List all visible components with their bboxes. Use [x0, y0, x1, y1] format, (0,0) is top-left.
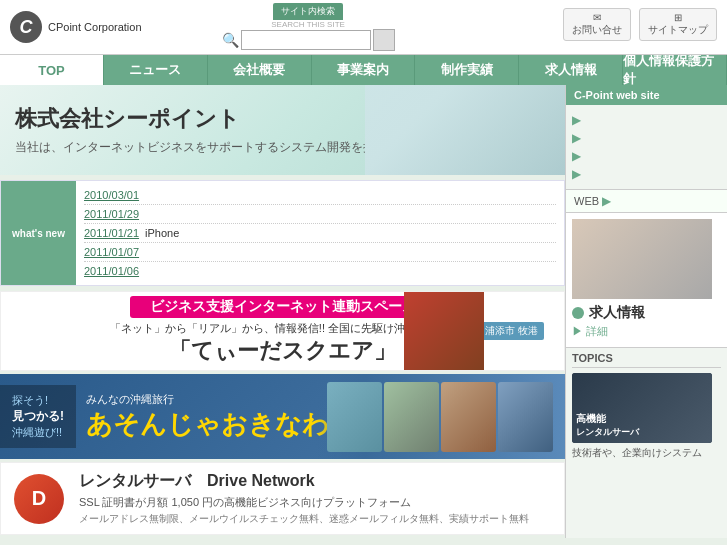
- banner1-tag: 浦添市 牧港: [479, 322, 544, 340]
- whatsnew-list: 2010/03/01 2011/01/29 2011/01/21 iPhone …: [76, 181, 564, 285]
- rental-server-title-text: レンタルサーバ Drive Network: [79, 472, 315, 489]
- web-label: WEB: [574, 195, 599, 207]
- nav-business[interactable]: 事業案内: [312, 55, 416, 85]
- rental-server-sub: メールアドレス無制限、メールウイルスチェック無料、迷惑メールフィルタ無料、実績サ…: [79, 512, 556, 526]
- sidebar-arrow-1[interactable]: ▶: [572, 111, 721, 129]
- nav-works[interactable]: 制作実績: [415, 55, 519, 85]
- sitemap-label: サイトマップ: [648, 23, 708, 37]
- topics-image: 高機能 レンタルサーバ: [572, 373, 712, 443]
- recruit-person-image: [572, 219, 712, 299]
- sidebar-header: C-Point web site: [566, 85, 727, 105]
- header-right: ✉ お問い合せ ⊞ サイトマップ: [563, 8, 717, 41]
- banner2-mid-top: みんなの沖縄旅行: [86, 392, 329, 407]
- search-label: サイト内検索: [273, 3, 343, 20]
- contact-button[interactable]: ✉ お問い合せ: [563, 8, 631, 41]
- wn-date-2[interactable]: 2011/01/29: [84, 208, 139, 220]
- main-content: 株式会社シーポイント 当社は、インターネットビジネスをサポートするシステム開発を…: [0, 85, 565, 538]
- sidebar-web-section: WEB ▶: [566, 190, 727, 213]
- banner2-left-line1: 探そう!: [12, 393, 64, 408]
- banner2-mid-big: あそんじゃおきなわ: [86, 407, 329, 442]
- search-input[interactable]: [241, 30, 371, 50]
- company-name: CPoint Corporation: [48, 20, 142, 34]
- okinawa-photo-4: [498, 382, 553, 452]
- wn-item-3: 2011/01/21 iPhone: [84, 224, 556, 243]
- wn-text-3: iPhone: [145, 227, 179, 239]
- recruit-title: 求人情報: [572, 304, 721, 322]
- sidebar-web-arrow[interactable]: ▶: [602, 192, 611, 210]
- sidebar-arrows-section: ▶ ▶ ▶ ▶: [566, 105, 727, 190]
- sidebar-arrow-3[interactable]: ▶: [572, 147, 721, 165]
- hero-image: [365, 85, 565, 175]
- logo-area: C CPoint Corporation: [10, 11, 142, 43]
- drive-network-logo-shape: D: [14, 474, 64, 524]
- recruit-image: [572, 219, 712, 299]
- green-dot-icon: [572, 307, 584, 319]
- wn-date-5[interactable]: 2011/01/06: [84, 265, 139, 277]
- topics-header: TOPICS: [572, 352, 721, 368]
- logo-icon: C: [10, 11, 42, 43]
- whatsnew-label: what's new: [1, 181, 76, 285]
- banner1-image: [404, 292, 484, 371]
- topics-label: 高機能 レンタルサーバ: [576, 412, 639, 439]
- banner2-left: 探そう! 見つかる! 沖縄遊び!!: [0, 385, 76, 448]
- sidebar-arrow-2[interactable]: ▶: [572, 129, 721, 147]
- wn-item-1: 2010/03/01: [84, 186, 556, 205]
- navigation: TOP ニュース 会社概要 事業案内 制作実績 求人情報 個人情報保護方針: [0, 55, 727, 85]
- sidebar-topics-section: TOPICS 高機能 レンタルサーバ 技術者や、企業向けシステム: [566, 348, 727, 464]
- okinawa-banner[interactable]: 探そう! 見つかる! 沖縄遊び!! みんなの沖縄旅行 あそんじゃおきなわ: [0, 374, 565, 459]
- recruit-detail-link[interactable]: ▶ 詳細: [572, 322, 721, 341]
- search-row: 🔍: [222, 29, 395, 51]
- wn-item-4: 2011/01/07: [84, 243, 556, 262]
- whatsnew-section: what's new 2010/03/01 2011/01/29 2011/01…: [0, 180, 565, 286]
- rental-server-banner[interactable]: D レンタルサーバ Drive Network SSL 証明書が月額 1,050…: [0, 462, 565, 535]
- mail-icon: ✉: [593, 12, 601, 23]
- topics-sub-text: レンタルサーバ: [576, 426, 639, 439]
- hero-banner: 株式会社シーポイント 当社は、インターネットビジネスをサポートするシステム開発を…: [0, 85, 565, 175]
- nav-news[interactable]: ニュース: [104, 55, 208, 85]
- sidebar-recruit-section: 求人情報 ▶ 詳細: [566, 213, 727, 348]
- logo-text: CPoint Corporation: [48, 20, 142, 34]
- rental-server-desc: SSL 証明書が月額 1,050 円の高機能ビジネス向けプラットフォーム: [79, 495, 556, 510]
- nav-jobs[interactable]: 求人情報: [519, 55, 623, 85]
- business-banner[interactable]: ビジネス支援インターネット連動スペース 「ネット」から「リアル」から、情報発信!…: [0, 291, 565, 371]
- wn-date-1[interactable]: 2010/03/01: [84, 189, 139, 201]
- search-button[interactable]: [373, 29, 395, 51]
- topics-caption: 技術者や、企業向けシステム: [572, 446, 721, 460]
- wn-date-4[interactable]: 2011/01/07: [84, 246, 139, 258]
- sidebar-arrow-4[interactable]: ▶: [572, 165, 721, 183]
- banner2-mid: みんなの沖縄旅行 あそんじゃおきなわ: [86, 392, 329, 442]
- wn-date-3[interactable]: 2011/01/21: [84, 227, 139, 239]
- okinawa-photo-2: [384, 382, 439, 452]
- wn-item-5: 2011/01/06: [84, 262, 556, 280]
- topics-label-text: 高機能: [576, 412, 639, 426]
- banner2-left-line3: 沖縄遊び!!: [12, 425, 64, 440]
- recruit-title-text: 求人情報: [589, 304, 645, 322]
- sidebar: C-Point web site ▶ ▶ ▶ ▶ WEB ▶ 求人情報 ▶ 詳細…: [565, 85, 727, 538]
- wn-item-2: 2011/01/29: [84, 205, 556, 224]
- header: C CPoint Corporation サイト内検索 SEARCH THIS …: [0, 0, 727, 55]
- drive-network-logo: D: [9, 471, 69, 526]
- search-icon: 🔍: [222, 32, 239, 48]
- rental-server-text: レンタルサーバ Drive Network SSL 証明書が月額 1,050 円…: [79, 471, 556, 526]
- okinawa-photo-1: [327, 382, 382, 452]
- rental-server-desc-text: SSL 証明書が月額 1,050 円の高機能ビジネス向けプラットフォーム: [79, 496, 411, 508]
- contact-label: お問い合せ: [572, 23, 622, 37]
- search-area: サイト内検索 SEARCH THIS SITE 🔍: [222, 3, 395, 51]
- search-sublabel: SEARCH THIS SITE: [271, 20, 345, 29]
- okinawa-photo-3: [441, 382, 496, 452]
- main-wrapper: 株式会社シーポイント 当社は、インターネットビジネスをサポートするシステム開発を…: [0, 85, 727, 538]
- nav-privacy[interactable]: 個人情報保護方針: [623, 55, 727, 85]
- sitemap-button[interactable]: ⊞ サイトマップ: [639, 8, 717, 41]
- banner2-photos: [315, 374, 565, 459]
- banner2-left-line2: 見つかる!: [12, 408, 64, 425]
- banner1-big-text: 「てぃーだスクエア」: [169, 336, 396, 366]
- rental-server-title: レンタルサーバ Drive Network: [79, 471, 556, 492]
- sitemap-icon: ⊞: [674, 12, 682, 23]
- nav-about[interactable]: 会社概要: [208, 55, 312, 85]
- nav-top[interactable]: TOP: [0, 55, 104, 85]
- banner1-title: ビジネス支援インターネット連動スペース: [130, 296, 436, 318]
- hero-decorative-image: [365, 85, 565, 175]
